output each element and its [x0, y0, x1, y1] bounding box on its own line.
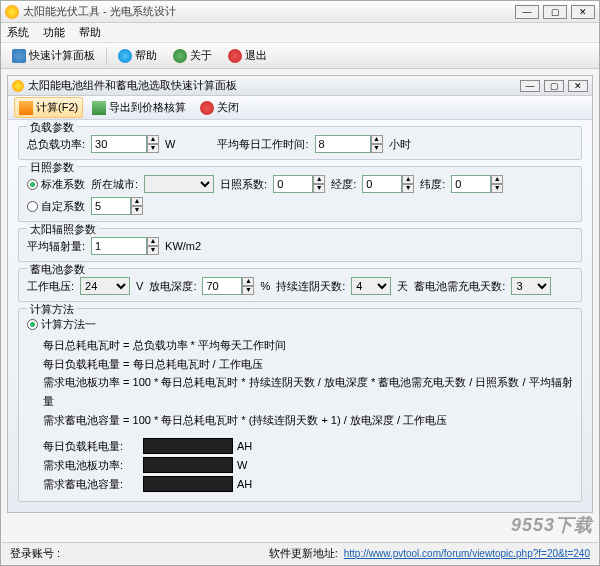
city-label: 所在城市:: [91, 177, 138, 192]
lat-label: 纬度:: [420, 177, 445, 192]
statusbar: 登录账号 : 软件更新地址: http://www.pvtool.com/for…: [2, 542, 598, 564]
result1: 每日负载耗电量:AH: [43, 438, 573, 454]
formula3: 需求电池板功率 = 100 * 每日总耗电瓦时 * 持续连阴天数 / 放电深度 …: [43, 373, 573, 410]
group-method: 计算方法 计算方法一 每日总耗电瓦时 = 总负载功率 * 平均每天工作时间 每日…: [18, 308, 582, 502]
about-button[interactable]: 关于: [168, 45, 217, 66]
separator: [106, 47, 107, 65]
maximize-button[interactable]: ▢: [543, 5, 567, 19]
export-button[interactable]: 导出到价格核算: [87, 97, 191, 118]
group-battery: 蓄电池参数 工作电压: 24 V 放电深度: ▲▼ % 持续连阴天数: 4 天 …: [18, 268, 582, 302]
spin-up-icon[interactable]: ▲: [371, 135, 383, 144]
lat-input[interactable]: ▲▼: [451, 175, 503, 193]
formula4: 需求蓄电池容量 = 100 * 每日总耗电瓦时 * (持续连阴天数 + 1) /…: [43, 411, 573, 430]
spin-up-icon[interactable]: ▲: [147, 135, 159, 144]
panel-title: 太阳能电池组件和蓄电池选取快速计算面板: [28, 78, 520, 93]
spin-down-icon[interactable]: ▼: [147, 144, 159, 153]
voltage-select[interactable]: 24: [80, 277, 130, 295]
formula1: 每日总耗电瓦时 = 总负载功率 * 平均每天工作时间: [43, 336, 573, 355]
cloudy-select[interactable]: 4: [351, 277, 391, 295]
lon-input[interactable]: ▲▼: [362, 175, 414, 193]
radio-method1[interactable]: 计算方法一: [27, 317, 96, 332]
titlebar: 太阳能光伏工具 - 光电系统设计 — ▢ ✕: [1, 1, 599, 23]
spin-down-icon[interactable]: ▼: [371, 144, 383, 153]
menu-system[interactable]: 系统: [7, 25, 29, 40]
work-hours-input[interactable]: ▲▼: [315, 135, 383, 153]
avg-rad-label: 平均辐射量:: [27, 239, 85, 254]
panel-icon: [12, 80, 24, 92]
group-radiation: 太阳辐照参数 平均辐射量: ▲▼ KW/m2: [18, 228, 582, 262]
sun-coef-label: 日照系数:: [220, 177, 267, 192]
avg-rad-input[interactable]: ▲▼: [91, 237, 159, 255]
legend-radiation: 太阳辐照参数: [27, 222, 99, 237]
update-link[interactable]: http://www.pvtool.com/forum/viewtopic.ph…: [344, 548, 590, 559]
update-label: 软件更新地址:: [269, 546, 338, 561]
quick-calc-button[interactable]: 快速计算面板: [7, 45, 100, 66]
close-panel-button[interactable]: 关闭: [195, 97, 244, 118]
total-power-label: 总负载功率:: [27, 137, 85, 152]
sun-coef-input[interactable]: ▲▼: [273, 175, 325, 193]
result3-value: [143, 476, 233, 492]
menu-function[interactable]: 功能: [43, 25, 65, 40]
panel-minimize-button[interactable]: —: [520, 80, 540, 92]
cloudy-label: 持续连阴天数:: [276, 279, 345, 294]
legend-battery: 蓄电池参数: [27, 262, 88, 277]
result1-value: [143, 438, 233, 454]
panel-titlebar: 太阳能电池组件和蓄电池选取快速计算面板 — ▢ ✕: [8, 76, 592, 96]
result2: 需求电池板功率:W: [43, 457, 573, 473]
exit-icon: [228, 49, 242, 63]
exit-button[interactable]: 退出: [223, 45, 272, 66]
legend-load: 负载参数: [27, 120, 77, 135]
group-sun: 日照参数 标准系数 所在城市: 日照系数: ▲▼ 经度: ▲▼ 纬度: ▲▼ 自…: [18, 166, 582, 222]
city-select[interactable]: [144, 175, 214, 193]
app-icon: [5, 5, 19, 19]
window-title: 太阳能光伏工具 - 光电系统设计: [23, 4, 515, 19]
voltage-label: 工作电压:: [27, 279, 74, 294]
help-icon: [118, 49, 132, 63]
legend-method: 计算方法: [27, 302, 77, 317]
dod-input[interactable]: ▲▼: [202, 277, 254, 295]
result3: 需求蓄电池容量:AH: [43, 476, 573, 492]
main-toolbar: 快速计算面板 帮助 关于 退出: [1, 43, 599, 69]
charge-select[interactable]: 3: [511, 277, 551, 295]
minimize-button[interactable]: —: [515, 5, 539, 19]
calculator-icon: [12, 49, 26, 63]
calc-panel: 太阳能电池组件和蓄电池选取快速计算面板 — ▢ ✕ 计算(F2) 导出到价格核算…: [7, 75, 593, 513]
menu-help[interactable]: 帮助: [79, 25, 101, 40]
legend-sun: 日照参数: [27, 160, 77, 175]
panel-close-button[interactable]: ✕: [568, 80, 588, 92]
formula2: 每日负载耗电量 = 每日总耗电瓦时 / 工作电压: [43, 355, 573, 374]
radio-custom-coef[interactable]: 自定系数: [27, 199, 85, 214]
result2-value: [143, 457, 233, 473]
work-hours-label: 平均每日工作时间:: [217, 137, 308, 152]
radio-std-coef[interactable]: 标准系数: [27, 177, 85, 192]
help-button[interactable]: 帮助: [113, 45, 162, 66]
watermark: 9553下载: [511, 513, 593, 537]
export-icon: [92, 101, 106, 115]
compute-button[interactable]: 计算(F2): [14, 97, 83, 118]
lon-label: 经度:: [331, 177, 356, 192]
login-label: 登录账号 :: [10, 546, 60, 561]
close-icon: [200, 101, 214, 115]
group-load: 负载参数 总负载功率: ▲▼ W 平均每日工作时间: ▲▼ 小时: [18, 126, 582, 160]
menubar: 系统 功能 帮助: [1, 23, 599, 43]
total-power-input[interactable]: ▲▼: [91, 135, 159, 153]
close-button[interactable]: ✕: [571, 5, 595, 19]
dod-label: 放电深度:: [149, 279, 196, 294]
panel-toolbar: 计算(F2) 导出到价格核算 关闭: [8, 96, 592, 120]
custom-coef-input[interactable]: ▲▼: [91, 197, 143, 215]
panel-maximize-button[interactable]: ▢: [544, 80, 564, 92]
info-icon: [173, 49, 187, 63]
compute-icon: [19, 101, 33, 115]
charge-label: 蓄电池需充电天数:: [414, 279, 505, 294]
